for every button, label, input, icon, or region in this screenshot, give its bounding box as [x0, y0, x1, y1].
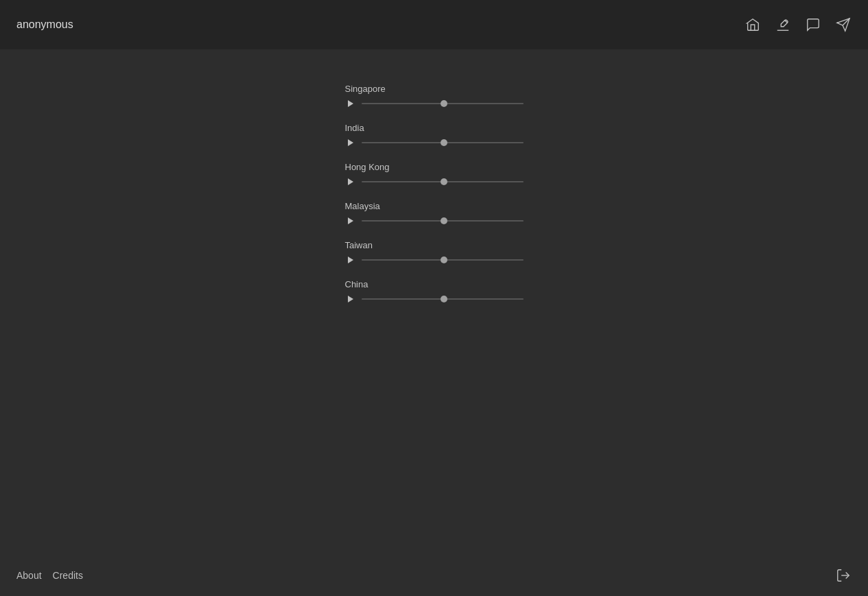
home-icon[interactable]: [744, 16, 761, 33]
svg-marker-2: [348, 100, 353, 107]
track-label-china: China: [345, 279, 524, 289]
track-item-india: India: [345, 123, 524, 148]
track-controls-china: [345, 294, 524, 305]
edit-icon[interactable]: [775, 16, 791, 33]
track-slider-malaysia[interactable]: [362, 219, 524, 222]
app-title: anonymous: [16, 19, 73, 31]
logout-icon[interactable]: [835, 567, 852, 584]
track-controls-india: [345, 137, 524, 148]
play-button-singapore[interactable]: [345, 98, 356, 109]
play-button-malaysia[interactable]: [345, 215, 356, 226]
track-item-singapore: Singapore: [345, 84, 524, 109]
track-label-hong-kong: Hong Kong: [345, 162, 524, 172]
svg-marker-7: [348, 296, 353, 302]
track-slider-china[interactable]: [362, 298, 524, 300]
app-header: anonymous: [0, 0, 868, 49]
track-label-malaysia: Malaysia: [345, 201, 524, 211]
play-button-hong-kong[interactable]: [345, 176, 356, 187]
about-link[interactable]: About: [16, 570, 42, 581]
svg-marker-5: [348, 217, 353, 224]
svg-marker-3: [348, 139, 353, 146]
comment-icon[interactable]: [805, 16, 821, 33]
track-slider-taiwan[interactable]: [362, 259, 524, 261]
tracks-container: SingaporeIndiaHong KongMalaysiaTaiwanChi…: [345, 84, 524, 318]
footer-links: About Credits: [16, 570, 83, 581]
credits-link[interactable]: Credits: [53, 570, 83, 581]
track-label-taiwan: Taiwan: [345, 240, 524, 250]
track-item-taiwan: Taiwan: [345, 240, 524, 265]
track-slider-hong-kong[interactable]: [362, 180, 524, 183]
send-icon[interactable]: [835, 16, 852, 33]
track-label-india: India: [345, 123, 524, 133]
svg-marker-4: [348, 178, 353, 185]
main-content: SingaporeIndiaHong KongMalaysiaTaiwanChi…: [0, 49, 868, 555]
header-icons-group: [744, 16, 852, 33]
track-item-hong-kong: Hong Kong: [345, 162, 524, 187]
track-controls-malaysia: [345, 215, 524, 226]
play-button-china[interactable]: [345, 294, 356, 305]
play-button-india[interactable]: [345, 137, 356, 148]
track-item-malaysia: Malaysia: [345, 201, 524, 226]
svg-marker-6: [348, 257, 353, 263]
play-button-taiwan[interactable]: [345, 254, 356, 265]
track-controls-hong-kong: [345, 176, 524, 187]
track-item-china: China: [345, 279, 524, 305]
app-footer: About Credits: [0, 555, 868, 596]
track-controls-taiwan: [345, 254, 524, 265]
track-controls-singapore: [345, 98, 524, 109]
track-slider-singapore[interactable]: [362, 102, 524, 105]
track-label-singapore: Singapore: [345, 84, 524, 94]
track-slider-india[interactable]: [362, 141, 524, 144]
